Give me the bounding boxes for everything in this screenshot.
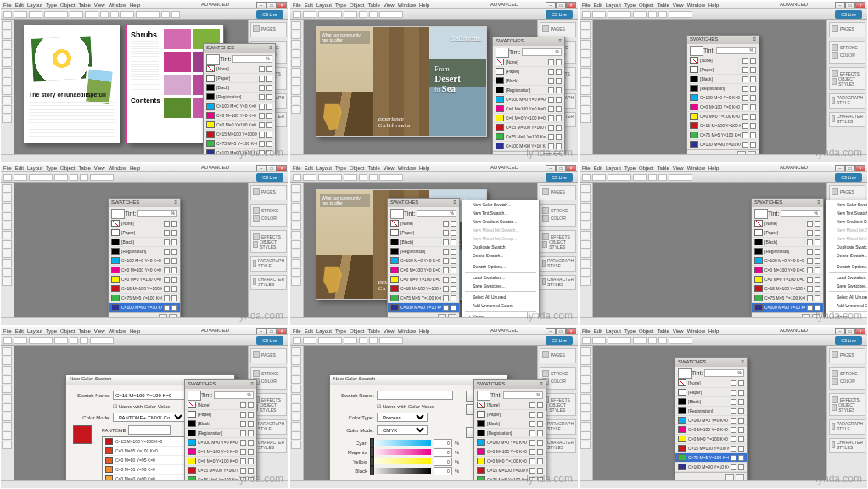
color-type-select[interactable]: Process: [377, 413, 428, 422]
swatch-row[interactable]: [Registration]: [687, 84, 759, 93]
swatch-row[interactable]: C=15 M=100 Y=100 K=0: [388, 284, 459, 294]
swatch-name-field[interactable]: [113, 391, 186, 400]
swatch-row[interactable]: C=0 M=100 Y=0 K=0: [388, 266, 459, 275]
menubar[interactable]: FileEditLayoutTypeObjectTableViewWindowH…: [580, 164, 867, 172]
hand-tool-icon[interactable]: [2, 96, 12, 104]
panel-menu-icon[interactable]: ≡: [558, 38, 562, 45]
swatch-row[interactable]: C=0 M=0 Y=100 K=0: [185, 457, 256, 466]
menu-item[interactable]: Load Swatches...: [462, 273, 539, 282]
scissors-tool-icon[interactable]: [2, 87, 12, 95]
menu-item[interactable]: Add Unnamed Colors: [462, 301, 539, 310]
swatch-row[interactable]: [Paper]: [185, 410, 256, 419]
menu-item[interactable]: New Tint Swatch...: [826, 209, 868, 217]
tools-panel[interactable]: [580, 20, 593, 154]
swatch-row[interactable]: C=0 M=0 Y=100 K=0: [204, 121, 275, 130]
cs-live-button[interactable]: CS Live: [256, 10, 283, 19]
menu-item[interactable]: New Gradient Swatch...: [462, 217, 539, 226]
side-panel-dock[interactable]: PAGESSTROKECOLOREFFECTSOBJECT STYLESPARA…: [248, 183, 288, 317]
swatch-row[interactable]: [None]: [493, 58, 564, 67]
tools-panel[interactable]: [580, 183, 593, 317]
tools-panel[interactable]: [1, 183, 14, 317]
swatch-row[interactable]: [Black]: [675, 397, 747, 407]
fill-stroke-proxy-icon[interactable]: [111, 209, 123, 217]
library-row[interactable]: C=15 M=100 Y=100 K=0: [103, 437, 184, 447]
swatches-panel[interactable]: SWATCHES≡ Tint:% [None][Paper][Black][Re…: [751, 198, 824, 323]
swatch-row[interactable]: [Registration]: [474, 429, 546, 438]
swatch-row[interactable]: [None]: [109, 219, 180, 228]
swatch-row[interactable]: C=15 M=100 Y=100 K=0: [752, 284, 823, 294]
swatch-row[interactable]: [Registration]: [752, 247, 823, 256]
menubar[interactable]: File Edit Layout Type Object Table View …: [1, 1, 288, 9]
menu-item[interactable]: New Color Swatch...: [826, 200, 868, 209]
swatch-row[interactable]: C=0 M=0 Y=100 K=0: [493, 114, 564, 123]
pages-label[interactable]: PAGES: [261, 26, 276, 31]
swatch-row[interactable]: C=75 M=5 Y=100 K=0: [109, 294, 180, 303]
swatch-row[interactable]: [Registration]: [675, 407, 747, 416]
document-canvas[interactable]: New Color Swatch Swatch Name: ☑ Name wit…: [304, 346, 537, 480]
menu-view[interactable]: View: [94, 3, 105, 8]
panel-menu-icon[interactable]: ≡: [540, 381, 543, 388]
swatch-row[interactable]: [None]: [474, 401, 546, 410]
side-panel-dock[interactable]: PAGESSTROKECOLOREFFECTSOBJECT STYLESPARA…: [826, 20, 867, 154]
swatch-row[interactable]: [None]: [388, 219, 459, 228]
swatch-row[interactable]: [Paper]: [687, 65, 759, 75]
swatch-row[interactable]: [Paper]: [752, 228, 823, 238]
pct-field[interactable]: 0: [434, 439, 452, 447]
swatch-row[interactable]: [None]: [185, 401, 256, 410]
swatch-row[interactable]: C=100 M=0 Y=0 K=0: [109, 256, 180, 266]
swatch-row[interactable]: C=15 M=100 Y=100 K=0: [204, 130, 275, 139]
fill-stroke-proxy-icon[interactable]: [496, 48, 507, 56]
swatch-row[interactable]: [Registration]: [388, 247, 459, 256]
slider-cyan[interactable]: [370, 440, 431, 446]
zoom-tool-icon[interactable]: [2, 105, 12, 114]
pen-tool-icon[interactable]: [2, 49, 12, 58]
menu-item[interactable]: Delete Swatch...: [462, 251, 539, 260]
tools-panel[interactable]: [1, 20, 14, 154]
swatch-row[interactable]: C=15 M=100 Y=100 K=0: [675, 444, 747, 453]
fill-stroke-proxy-icon[interactable]: [678, 368, 690, 377]
swatch-row[interactable]: C=75 M=5 Y=100 K=0: [687, 131, 759, 140]
menu-item[interactable]: Swatch Options...: [462, 262, 539, 271]
swatch-row[interactable]: [Black]: [752, 238, 823, 247]
swatch-row[interactable]: [Registration]: [109, 247, 180, 256]
swatch-row[interactable]: C=15 M=100 Y=100 K=0: [109, 284, 180, 294]
menubar[interactable]: FileEditLayoutTypeObjectTableViewWindowH…: [1, 327, 288, 335]
panel-menu-icon[interactable]: ≡: [817, 200, 820, 206]
menu-item[interactable]: Save Swatches...: [826, 282, 868, 290]
swatch-row[interactable]: C=0 M=100 Y=0 K=0: [109, 266, 180, 275]
panel-menu-icon[interactable]: ≡: [753, 37, 756, 43]
swatches-panel[interactable]: SWATCHES≡ Tint:% [None][Paper][Black][Re…: [686, 35, 759, 160]
side-panel-dock[interactable]: PAGESSTROKECOLOREFFECTSOBJECT STYLESPARA…: [826, 346, 867, 480]
tint-field[interactable]: %: [232, 55, 272, 63]
swatches-flyout-menu[interactable]: New Color Swatch...New Tint Swatch...New…: [826, 200, 868, 326]
swatch-row[interactable]: [Registration]: [204, 93, 275, 102]
close-button[interactable]: ×: [277, 2, 287, 8]
pencil-tool-icon[interactable]: [2, 59, 12, 67]
swatch-row[interactable]: C=100 M=0 Y=0 K=0: [185, 438, 256, 447]
swatches-list[interactable]: [None][Paper][Black][Registration]C=100 …: [752, 219, 823, 312]
swatch-row[interactable]: C=100 M=0 Y=0 K=0: [752, 256, 823, 266]
swatch-row[interactable]: C=15 M=100 Y=100 K=0: [493, 123, 564, 132]
swatch-row[interactable]: C=100 M=0 Y=0 K=0: [493, 95, 564, 104]
swatch-row[interactable]: C=100 M=0 Y=0 K=0: [474, 438, 546, 447]
swatches-panel[interactable]: SWATCHES≡ Tint:% [None][Paper][Black][Re…: [108, 198, 181, 323]
swatch-row[interactable]: [Paper]: [109, 228, 180, 238]
swatches-list[interactable]: [None][Paper][Black][Registration]C=100 …: [687, 56, 759, 149]
menu-item[interactable]: New Tint Swatch...: [462, 209, 539, 217]
tools-panel[interactable]: [290, 346, 304, 480]
maximize-button[interactable]: □: [266, 2, 277, 8]
menu-item[interactable]: Select All Unused: [826, 293, 868, 301]
swatch-row[interactable]: [Registration]: [493, 86, 564, 95]
menu-item[interactable]: Load Swatches...: [826, 273, 868, 282]
menu-edit[interactable]: Edit: [15, 3, 24, 8]
panel-menu-icon[interactable]: ≡: [453, 200, 456, 206]
fill-stroke-icon[interactable]: [2, 115, 12, 123]
tools-panel[interactable]: [290, 183, 304, 317]
swatch-row[interactable]: [Paper]: [675, 388, 747, 397]
control-bar[interactable]: [1, 172, 288, 183]
pct-field[interactable]: 0: [434, 458, 452, 466]
swatch-row[interactable]: [Paper]: [388, 228, 459, 238]
control-bar[interactable]: [580, 172, 867, 183]
swatches-list[interactable]: [None][Paper][Black][Registration]C=100 …: [204, 65, 275, 158]
color-mode-select[interactable]: PANTONE+ CMYK Coated: [113, 413, 186, 422]
